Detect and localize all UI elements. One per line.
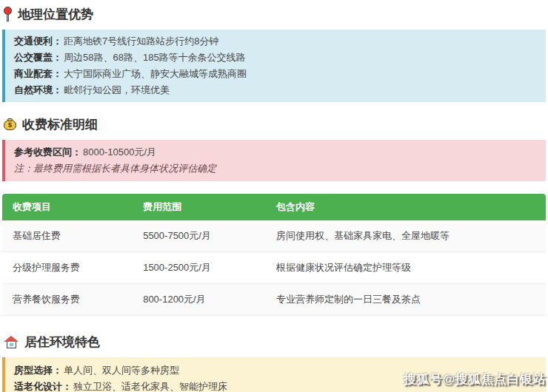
fee-content-cell: 专业营养师定制的一日三餐及茶点 xyxy=(266,284,546,316)
section-title-environment: 居住环境特色 xyxy=(2,329,546,351)
house-window-icon xyxy=(10,343,13,346)
info-label: 房型选择： xyxy=(14,365,62,376)
info-text: 距离地铁7号线行知路站步行约8分钟 xyxy=(64,36,218,47)
fee-item-cell: 营养餐饮服务费 xyxy=(2,284,133,316)
info-line: 自然环境：毗邻行知公园，环境优美 xyxy=(14,82,537,98)
fee-item-cell: 分级护理服务费 xyxy=(2,252,133,284)
info-label: 商业配套： xyxy=(14,68,62,79)
info-label: 适老化设计： xyxy=(14,381,72,392)
fee-range-cell: 1500-2500元/月 xyxy=(133,252,266,284)
fee-range-panel: 参考收费区间：8000-10500元/月 注：最终费用需根据长者具体身体状况评估… xyxy=(2,140,546,181)
house-icon xyxy=(4,336,19,348)
fee-range-line: 参考收费区间：8000-10500元/月 xyxy=(14,144,537,160)
fee-table-header: 费用范围 xyxy=(133,194,266,220)
table-row: 分级护理服务费 1500-2500元/月 根据健康状况评估确定护理等级 xyxy=(2,252,546,284)
fee-range-value: 8000-10500元/月 xyxy=(83,146,156,158)
section-title-text: 收费标准明细 xyxy=(22,116,98,133)
fee-range-cell: 5500-7500元/月 xyxy=(133,220,266,252)
table-row: 基础居住费 5500-7500元/月 房间使用权、基础家具家电、全屋地暖等 xyxy=(2,220,546,252)
section-title-location: 地理位置优势 xyxy=(2,1,546,24)
info-label: 公交覆盖： xyxy=(14,52,62,63)
fee-content-cell: 根据健康状况评估确定护理等级 xyxy=(266,252,546,284)
info-text: 独立卫浴、适老化家具、智能护理床 xyxy=(73,381,227,392)
info-line: 交通便利：距离地铁7号线行知路站步行约8分钟 xyxy=(14,33,537,50)
location-info-panel: 交通便利：距离地铁7号线行知路站步行约8分钟 公交覆盖：周边58路、68路、18… xyxy=(2,30,546,102)
info-text: 周边58路、68路、185路等十余条公交线路 xyxy=(64,52,246,63)
info-text: 毗邻行知公园，环境优美 xyxy=(64,84,170,95)
fee-table: 收费项目 费用范围 包含内容 基础居住费 5500-7500元/月 房间使用权、… xyxy=(2,194,546,316)
fee-table-header: 收费项目 xyxy=(2,194,133,220)
info-text: 单人间、双人间等多种房型 xyxy=(64,365,179,376)
fee-content-cell: 房间使用权、基础家具家电、全屋地暖等 xyxy=(266,220,546,252)
section-title-fees: $ 收费标准明细 xyxy=(2,112,546,134)
fee-range-label: 参考收费区间： xyxy=(14,146,81,158)
info-line: 公交覆盖：周边58路、68路、185路等十余条公交线路 xyxy=(14,50,537,66)
section-title-text: 地理位置优势 xyxy=(18,6,93,23)
fee-item-cell: 基础居住费 xyxy=(2,220,133,252)
fee-note: 注：最终费用需根据长者具体身体状况评估确定 xyxy=(14,160,537,177)
info-text: 大宁国际商业广场、静安大融城等成熟商圈 xyxy=(64,68,247,79)
fee-range-cell: 800-1200元/月 xyxy=(133,284,266,316)
money-bag-icon: $ xyxy=(4,118,16,130)
info-label: 交通便利： xyxy=(14,36,62,47)
article-content: 地理位置优势 交通便利：距离地铁7号线行知路站步行约8分钟 公交覆盖：周边58路… xyxy=(0,0,548,392)
location-pin-icon xyxy=(4,7,12,21)
section-title-text: 居住环境特色 xyxy=(24,334,100,351)
info-line: 商业配套：大宁国际商业广场、静安大融城等成熟商圈 xyxy=(14,66,537,82)
table-row: 营养餐饮服务费 800-1200元/月 专业营养师定制的一日三餐及茶点 xyxy=(2,284,546,316)
fee-table-header-row: 收费项目 费用范围 包含内容 xyxy=(2,194,546,220)
fee-table-header: 包含内容 xyxy=(266,194,546,220)
info-label: 自然环境： xyxy=(14,84,62,95)
watermark: 搜狐号@搜狐焦点白银站 xyxy=(404,371,546,388)
